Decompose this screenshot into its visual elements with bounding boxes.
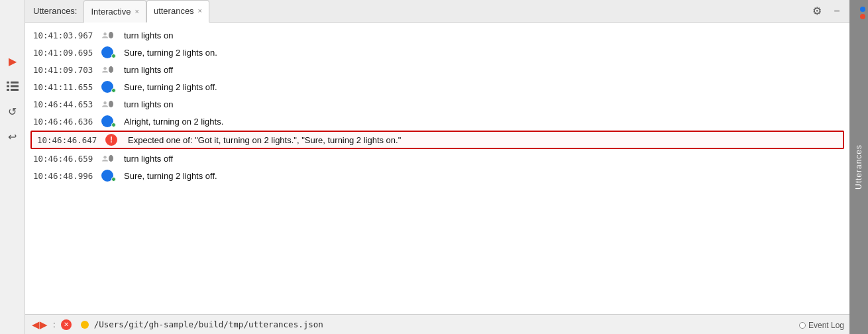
timestamp: 10:41:09.703 — [33, 65, 96, 75]
list-row: 10:46:46.659 turn lights off — [25, 150, 849, 167]
list-icon[interactable] — [5, 78, 21, 94]
avatar-area — [101, 64, 119, 76]
timestamp: 10:46:46.636 — [33, 117, 96, 127]
svg-point-9 — [103, 156, 106, 158]
timestamp: 10:46:44.653 — [33, 99, 96, 109]
status-play-icon: ◀▶ — [32, 319, 48, 331]
tab-bar: Utterances: Interactive × utterances × ⚙… — [25, 0, 849, 23]
tab-utterances-label: utterances — [154, 6, 194, 16]
list-row: 10:41:03.967 turn lights on — [25, 27, 849, 44]
timestamp: 10:46:46.659 — [33, 154, 96, 164]
avatar-bot — [101, 81, 116, 93]
content-list: 10:41:03.967 turn lights on10:41:09.695S… — [25, 23, 849, 314]
message: turn lights off — [124, 154, 841, 164]
avatar — [101, 152, 113, 164]
svg-rect-5 — [11, 89, 19, 91]
list-row: 10:41:09.703 turn lights off — [25, 61, 849, 78]
main-area: Utterances: Interactive × utterances × ⚙… — [25, 0, 849, 334]
list-row: 10:46:44.653 turn lights on — [25, 95, 849, 113]
tab-bar-actions: ⚙ − — [810, 4, 849, 19]
refresh-icon[interactable]: ↺ — [5, 103, 21, 119]
dot-red — [860, 14, 865, 19]
right-sidebar-label: Utterances — [854, 144, 863, 190]
avatar — [101, 64, 113, 76]
avatar-area — [101, 81, 119, 93]
event-log-area[interactable]: Event Log — [799, 321, 844, 330]
svg-rect-4 — [7, 89, 9, 91]
status-bar: ◀▶ : /Users/git/gh-sample/build/tmp/utte… — [25, 314, 849, 334]
message: Sure, turning 2 lights off. — [124, 82, 841, 92]
status-path: /Users/git/gh-sample/build/tmp/utterance… — [94, 319, 323, 329]
svg-point-7 — [103, 67, 106, 70]
message: Sure, turning 2 lights off. — [124, 171, 841, 181]
tabs-label: Utterances: — [30, 6, 83, 16]
message: turn lights on — [124, 99, 841, 109]
event-log-label: Event Log — [808, 321, 844, 330]
avatar-bot — [101, 46, 116, 58]
tab-interactive[interactable]: Interactive × — [83, 0, 146, 23]
svg-rect-0 — [7, 82, 9, 84]
avatar — [101, 29, 113, 41]
svg-point-6 — [103, 32, 106, 35]
tab-utterances[interactable]: utterances × — [146, 0, 209, 23]
timestamp: 10:41:11.655 — [33, 82, 96, 92]
avatar-area — [101, 46, 119, 58]
svg-rect-3 — [11, 85, 19, 87]
error-icon: ! — [105, 134, 117, 146]
play-icon[interactable]: ▶ — [5, 53, 21, 69]
svg-rect-2 — [7, 85, 9, 87]
avatar-bot — [101, 170, 116, 182]
avatar-area — [101, 170, 119, 182]
message: turn lights on — [124, 30, 841, 40]
minimize-icon[interactable]: − — [830, 4, 844, 19]
timestamp: 10:41:03.967 — [33, 30, 96, 40]
message: Sure, turning 2 lights on. — [124, 48, 841, 58]
avatar — [101, 98, 113, 110]
tab-interactive-close[interactable]: × — [135, 8, 138, 15]
undo-icon[interactable]: ↩ — [5, 129, 21, 144]
list-row: 10:46:48.996Sure, turning 2 lights off. — [25, 167, 849, 184]
avatar-area — [101, 115, 119, 127]
list-row: 10:41:09.695Sure, turning 2 lights on. — [25, 44, 849, 61]
left-sidebar: ▶ ↺ ↩ — [0, 0, 25, 334]
tab-interactive-label: Interactive — [91, 7, 131, 17]
list-row: 10:41:11.655Sure, turning 2 lights off. — [25, 78, 849, 95]
avatar-area — [101, 98, 119, 110]
message: Alright, turning on 2 lights. — [124, 117, 841, 127]
message: Expected one of: "Got it, turning on 2 l… — [128, 135, 838, 145]
timestamp: 10:41:09.695 — [33, 48, 96, 58]
list-row: 10:46:46.647!Expected one of: "Got it, t… — [30, 131, 844, 149]
list-row: 10:46:46.636Alright, turning on 2 lights… — [25, 113, 849, 130]
status-colon: : — [53, 319, 56, 329]
message: turn lights off — [124, 65, 841, 75]
right-sidebar: Utterances — [849, 0, 868, 334]
timestamp: 10:46:48.996 — [33, 171, 96, 181]
event-log-circle — [799, 322, 806, 329]
right-sidebar-dots — [860, 7, 865, 19]
settings-icon[interactable]: ⚙ — [810, 4, 824, 19]
status-dot — [81, 321, 89, 329]
tab-utterances-close[interactable]: × — [198, 7, 202, 15]
svg-rect-1 — [11, 82, 19, 84]
svg-point-8 — [103, 101, 106, 104]
dot-blue — [860, 7, 865, 12]
timestamp: 10:46:46.647 — [37, 135, 100, 145]
avatar-bot — [101, 115, 116, 127]
status-error-icon — [61, 319, 72, 330]
avatar-area — [101, 29, 119, 41]
avatar-area — [101, 152, 119, 164]
avatar-area: ! — [105, 134, 123, 146]
